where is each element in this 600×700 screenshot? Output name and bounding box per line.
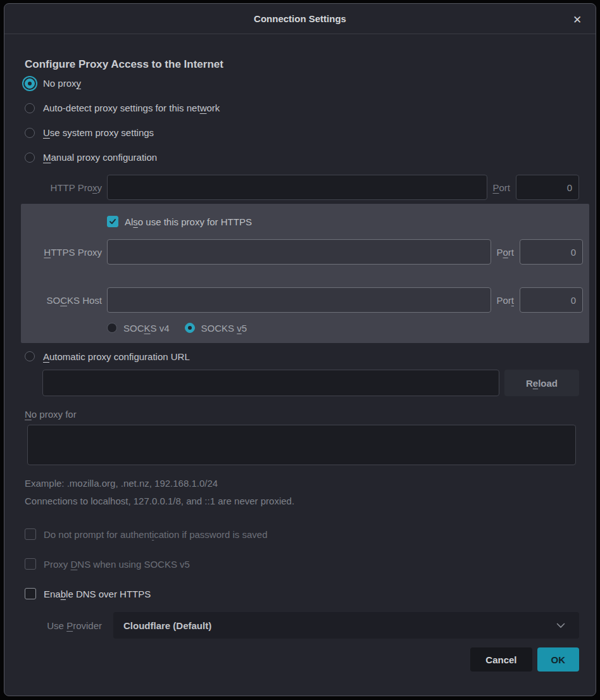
localhost-note-text: Connections to localhost, 127.0.0.1/8, a… — [25, 496, 579, 506]
cancel-button[interactable]: Cancel — [470, 647, 532, 672]
close-icon[interactable]: ✕ — [569, 11, 585, 28]
dialog-titlebar: Connection Settings ✕ — [4, 4, 596, 34]
proxy-dns-label: Proxy DNS when using SOCKS v5 — [44, 559, 190, 570]
radio-no-proxy[interactable]: No proxy — [25, 71, 579, 96]
radio-manual-proxy-label: Manual proxy configuration — [43, 152, 157, 163]
doh-provider-select[interactable]: Cloudflare (Default) — [113, 612, 579, 639]
https-port-label: Port — [496, 247, 514, 258]
no-proxy-for-textarea[interactable] — [27, 425, 576, 465]
radio-socks-v5-label: SOCKS v5 — [201, 323, 247, 334]
checkmark-icon — [109, 218, 116, 225]
radio-socks-v4[interactable] — [107, 323, 117, 333]
radio-manual-proxy-control[interactable] — [25, 153, 35, 163]
https-socks-highlight-section: Also use this proxy for HTTPS HTTPS Prox… — [21, 204, 589, 343]
radio-system-proxy[interactable]: Use system proxy settings — [25, 120, 579, 145]
enable-doh-checkbox[interactable] — [25, 588, 36, 599]
page-title: Configure Proxy Access to the Internet — [25, 58, 579, 71]
enable-doh-label: Enable DNS over HTTPS — [44, 589, 151, 599]
radio-auto-detect-label: Auto-detect proxy settings for this netw… — [43, 103, 220, 113]
http-proxy-input[interactable] — [107, 175, 487, 200]
socks-port-label: Port — [496, 295, 514, 306]
http-port-label: Port — [492, 182, 510, 193]
option-enable-doh[interactable]: Enable DNS over HTTPS — [25, 585, 579, 602]
autoproxy-url-input[interactable] — [42, 370, 499, 396]
doh-provider-value: Cloudflare (Default) — [123, 620, 556, 631]
radio-autoproxy-control[interactable] — [25, 351, 35, 361]
reload-button[interactable]: Reload — [504, 370, 579, 396]
dialog-title: Connection Settings — [254, 13, 346, 24]
socks-port-input[interactable] — [520, 287, 583, 313]
connection-settings-dialog: Connection Settings ✕ Configure Proxy Ac… — [4, 3, 596, 696]
radio-socks-v4-label: SOCKS v4 — [123, 323, 170, 334]
http-proxy-label: HTTP Proxy — [25, 182, 107, 193]
https-port-input[interactable] — [520, 239, 583, 265]
radio-socks-v5[interactable] — [185, 323, 195, 333]
https-proxy-label: HTTPS Proxy — [25, 247, 107, 258]
no-proxy-for-label: No proxy for — [25, 409, 579, 420]
proxy-dns-checkbox[interactable] — [25, 558, 36, 570]
radio-autoproxy-url[interactable]: Automatic proxy configuration URL — [25, 347, 579, 366]
radio-system-proxy-control[interactable] — [25, 128, 35, 138]
share-proxy-checkbox-row[interactable]: Also use this proxy for HTTPS — [107, 213, 583, 230]
use-provider-label: Use Provider — [25, 620, 107, 631]
no-proxy-example-text: Example: .mozilla.org, .net.nz, 192.168.… — [25, 478, 579, 489]
share-proxy-label: Also use this proxy for HTTPS — [125, 216, 252, 227]
radio-no-proxy-label: No proxy — [43, 78, 81, 89]
no-prompt-auth-label: Do not prompt for authentication if pass… — [44, 529, 268, 540]
socks-host-label: SOCKS Host — [25, 295, 107, 306]
option-no-prompt-auth[interactable]: Do not prompt for authentication if pass… — [25, 526, 579, 542]
radio-system-proxy-label: Use system proxy settings — [43, 127, 154, 138]
radio-autoproxy-label: Automatic proxy configuration URL — [43, 351, 190, 362]
http-port-input[interactable] — [516, 175, 579, 200]
radio-auto-detect-control[interactable] — [25, 103, 35, 113]
radio-no-proxy-control[interactable] — [25, 78, 35, 89]
option-proxy-dns-socks5[interactable]: Proxy DNS when using SOCKS v5 — [25, 556, 579, 572]
share-proxy-checkbox[interactable] — [107, 216, 118, 227]
ok-button[interactable]: OK — [537, 647, 580, 672]
https-proxy-input[interactable] — [107, 239, 491, 265]
no-prompt-auth-checkbox[interactable] — [25, 528, 36, 540]
radio-manual-proxy[interactable]: Manual proxy configuration — [25, 145, 579, 170]
socks-host-input[interactable] — [107, 287, 491, 313]
radio-auto-detect[interactable]: Auto-detect proxy settings for this netw… — [25, 96, 579, 120]
chevron-down-icon — [556, 623, 565, 628]
